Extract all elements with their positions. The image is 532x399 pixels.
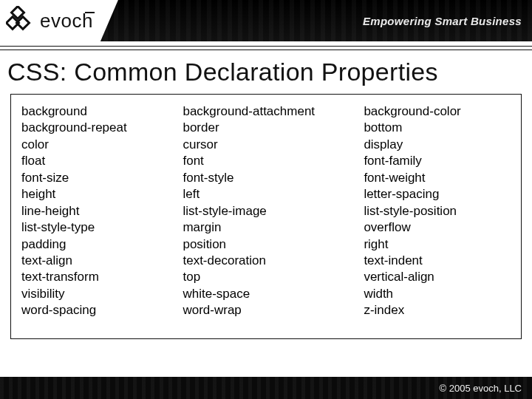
property-item: padding <box>21 236 183 253</box>
property-item: left <box>183 186 364 202</box>
property-item: line-height <box>21 203 183 219</box>
property-item: word-spacing <box>21 302 183 318</box>
property-item: width <box>364 286 511 302</box>
brand-name: evoch <box>40 10 93 33</box>
property-item: text-decoration <box>183 253 364 269</box>
property-item: position <box>183 236 364 253</box>
divider <box>0 46 532 47</box>
property-item: letter-spacing <box>364 186 511 202</box>
property-item: overflow <box>364 219 511 236</box>
property-item: cursor <box>183 137 364 153</box>
property-item: z-index <box>364 302 511 318</box>
property-item: top <box>183 269 364 285</box>
property-item: text-indent <box>364 253 511 269</box>
properties-table: backgroundbackground-repeatcolorfloatfon… <box>10 94 522 339</box>
property-item: font-size <box>21 170 183 186</box>
property-item: visibility <box>21 286 183 302</box>
property-item: word-wrap <box>183 302 364 318</box>
property-item: text-align <box>21 253 183 269</box>
property-item: vertical-align <box>364 269 511 285</box>
property-item: color <box>21 137 183 153</box>
property-item: list-style-position <box>364 203 511 219</box>
property-item: white-space <box>183 286 364 302</box>
property-item: background-repeat <box>21 120 183 136</box>
brand-tagline: Empowering Smart Business <box>363 15 522 27</box>
property-item: list-style-type <box>21 219 183 236</box>
property-item: right <box>364 236 511 253</box>
macron-accent-icon <box>85 12 95 13</box>
copyright-text: © 2005 evoch, LLC <box>440 383 522 394</box>
properties-column-2: background-attachmentbordercursorfontfon… <box>183 103 364 319</box>
logo-mark-icon <box>6 6 35 35</box>
properties-column-3: background-colorbottomdisplayfont-family… <box>364 103 511 319</box>
property-item: margin <box>183 219 364 236</box>
page-title: CSS: Common Declaration Properties <box>0 50 532 91</box>
property-item: font <box>183 153 364 169</box>
logo: evoch <box>0 0 118 41</box>
property-item: list-style-image <box>183 203 364 219</box>
properties-column-1: backgroundbackground-repeatcolorfloatfon… <box>21 103 183 319</box>
property-item: background-attachment <box>183 103 364 120</box>
property-item: display <box>364 137 511 153</box>
header-band: evoch Empowering Smart Business <box>0 0 532 41</box>
property-item: font-weight <box>364 170 511 186</box>
property-item: border <box>183 120 364 136</box>
property-item: text-transform <box>21 269 183 285</box>
property-item: font-family <box>364 153 511 169</box>
property-item: background-color <box>364 103 511 120</box>
property-item: bottom <box>364 120 511 136</box>
property-item: height <box>21 186 183 202</box>
property-item: background <box>21 103 183 120</box>
property-item: float <box>21 153 183 169</box>
footer-band: © 2005 evoch, LLC <box>0 377 532 399</box>
property-item: font-style <box>183 170 364 186</box>
